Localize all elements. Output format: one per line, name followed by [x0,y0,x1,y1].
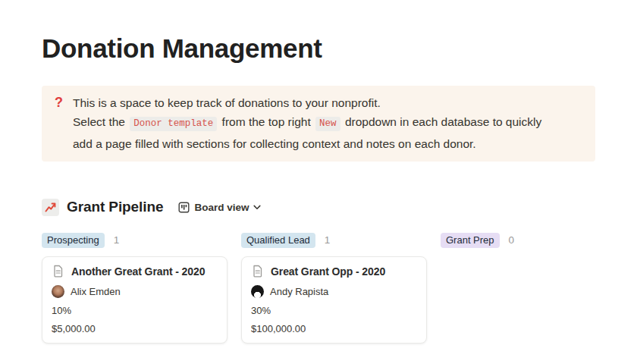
column-pill: Prospecting [42,233,105,248]
page-title: Donation Management [42,35,595,63]
person-name: Alix Emden [71,286,121,297]
question-mark-icon: ? [55,93,63,154]
chevron-down-icon [253,205,261,210]
board-column: Grant Prep 0 [441,232,626,344]
card-percent: 10% [52,305,218,316]
column-count: 0 [509,234,515,246]
document-icon [52,265,64,278]
column-header[interactable]: Prospecting 1 [42,232,228,248]
board-view-label: Board view [194,202,249,213]
donor-template-code: Donor template [130,117,217,131]
document-icon [251,265,264,278]
callout-line-2: Select the Donor template from the top r… [73,112,564,153]
column-cards: Great Grant Opp - 2020 Andy Rapista 30% … [241,256,427,344]
column-pill: Qualified Lead [241,233,315,248]
avatar [251,285,264,298]
column-header[interactable]: Qualified Lead 1 [241,232,427,248]
column-count: 1 [325,234,331,246]
board-column: Qualified Lead 1 Great Grant Opp - 2020 … [241,232,427,344]
column-cards: Another Great Grant - 2020 Alix Emden 10… [42,256,228,344]
card-title: Another Great Grant - 2020 [71,265,205,278]
board-view-icon [178,202,190,213]
column-count: 1 [114,234,120,246]
board-view-button[interactable]: Board view [175,200,264,215]
page: Donation Management ? This is a space to… [0,0,637,344]
card-title: Great Grant Opp - 2020 [271,265,385,278]
chart-increasing-icon [45,202,56,213]
card-amount: $100,000.00 [251,323,417,334]
board-card[interactable]: Great Grant Opp - 2020 Andy Rapista 30% … [241,256,427,344]
card-person-row: Andy Rapista [251,285,417,298]
column-pill: Grant Prep [441,233,500,248]
card-title-row: Another Great Grant - 2020 [52,265,218,278]
card-person-row: Alix Emden [52,285,218,298]
callout-text: This is a space to keep track of donatio… [73,93,564,154]
column-header[interactable]: Grant Prep 0 [441,232,626,248]
callout-seg-2: from the top right [218,115,314,128]
new-code: New [315,117,340,131]
card-amount: $5,000.00 [52,323,218,334]
board: Prospecting 1 Another Great Grant - 2020… [42,232,595,344]
callout-seg-1: Select the [73,115,128,128]
callout-line-1: This is a space to keep track of donatio… [73,93,564,113]
card-title-row: Great Grant Opp - 2020 [251,265,417,278]
board-column: Prospecting 1 Another Great Grant - 2020… [42,232,228,344]
callout: ? This is a space to keep track of donat… [42,86,595,162]
person-name: Andy Rapista [270,286,328,297]
board-card[interactable]: Another Great Grant - 2020 Alix Emden 10… [42,256,228,344]
collection-icon-tile [42,199,59,216]
collection-title: Grant Pipeline [67,199,163,215]
card-percent: 30% [251,305,417,316]
avatar [52,285,64,298]
collection-header: Grant Pipeline Board view [42,198,595,216]
